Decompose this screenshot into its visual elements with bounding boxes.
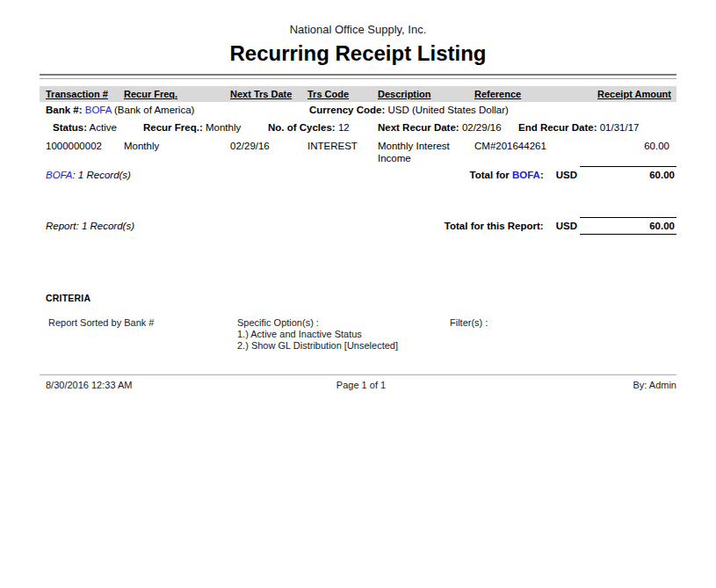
recur-freq-value: Monthly <box>206 122 241 133</box>
footer: 8/30/2016 12:33 AM Page 1 of 1 By: Admin <box>40 380 676 390</box>
criteria-options-label: Specific Option(s) : <box>237 317 398 329</box>
report-total-group: Total for this Report: USD 60.00 <box>445 217 676 235</box>
bank-total-amount: 60.00 <box>580 166 676 180</box>
status-field: Status: Active <box>53 122 117 133</box>
column-header-transaction: Transaction # <box>46 89 124 99</box>
end-recur-date-label: End Recur Date: <box>518 122 597 133</box>
report-total-currency: USD <box>556 221 577 231</box>
next-recur-date-field: Next Recur Date: 02/29/16 <box>378 122 502 133</box>
column-header-trs-code: Trs Code <box>307 89 378 99</box>
bank-label: Bank #: <box>46 105 83 115</box>
bank-code: BOFA <box>85 105 112 115</box>
cycles-field: No. of Cycles: 12 <box>268 122 350 133</box>
cell-recur-freq: Monthly <box>124 140 230 164</box>
bank-total-label-code: BOFA <box>512 170 540 180</box>
criteria-options: Specific Option(s) : 1.) Active and Inac… <box>237 317 398 352</box>
status-line: Status: Active Recur Freq.: Monthly No. … <box>40 122 676 134</box>
report-total-amount: 60.00 <box>580 217 676 235</box>
next-recur-date-label: Next Recur Date: <box>378 122 459 133</box>
report-total-row: Report: 1 Record(s) Total for this Repor… <box>40 217 676 235</box>
recur-freq-field: Recur Freq.: Monthly <box>143 122 241 133</box>
bank-record-text: : 1 Record(s) <box>72 170 130 180</box>
table-row: 1000000002 Monthly 02/29/16 INTEREST Mon… <box>40 140 676 164</box>
cycles-label: No. of Cycles: <box>268 122 336 133</box>
cell-amount: 60.00 <box>590 140 676 164</box>
criteria-filters-label: Filter(s) : <box>450 317 488 329</box>
bank-total-currency: USD <box>556 170 577 180</box>
cell-trs-code: INTEREST <box>307 140 378 164</box>
report-total-label: Total for this Report: <box>445 221 544 231</box>
currency-label: Currency Code: <box>309 105 385 115</box>
report-record-count: Report: 1 Record(s) <box>46 217 134 231</box>
bank-info-line: Bank #: BOFA (Bank of America) Currency … <box>40 105 676 117</box>
criteria-heading: CRITERIA <box>40 293 676 303</box>
next-recur-date-value: 02/29/16 <box>462 122 502 133</box>
column-header-description: Description <box>378 89 474 99</box>
column-header-reference: Reference <box>474 89 590 99</box>
footer-author: By: Admin <box>466 380 676 390</box>
criteria-section: Report Sorted by Bank # Specific Option(… <box>40 317 676 354</box>
report-body: Transaction # Recur Freq. Next Trs Date … <box>40 74 676 390</box>
bank-record-code: BOFA <box>46 170 72 180</box>
column-header-receipt-amount: Receipt Amount <box>590 89 674 99</box>
bank-name: (Bank of America) <box>114 105 194 115</box>
criteria-sorted-by: Report Sorted by Bank # <box>48 317 154 329</box>
criteria-option-2: 2.) Show GL Distribution [Unselected] <box>237 340 398 352</box>
cell-transaction: 1000000002 <box>46 140 124 164</box>
footer-datetime: 8/30/2016 12:33 AM <box>40 380 256 390</box>
status-value: Active <box>90 122 117 133</box>
bank-total-row: BOFA: 1 Record(s) Total for BOFA: USD 60… <box>40 166 676 180</box>
footer-rule <box>40 374 676 375</box>
company-name: National Office Supply, Inc. <box>0 0 716 36</box>
header-double-rule <box>40 74 676 79</box>
column-header-recur-freq: Recur Freq. <box>124 89 230 99</box>
recur-freq-label: Recur Freq.: <box>143 122 203 133</box>
footer-page-number: Page 1 of 1 <box>256 380 466 390</box>
bank-record-count: BOFA: 1 Record(s) <box>46 166 131 180</box>
bank-total-group: Total for BOFA: USD 60.00 <box>470 166 676 180</box>
currency-value: USD (United States Dollar) <box>387 105 508 115</box>
cell-next-trs-date: 02/29/16 <box>230 140 307 164</box>
bank-total-label-prefix: Total for <box>470 170 512 180</box>
cell-description: Monthly Interest Income <box>378 140 474 164</box>
status-label: Status: <box>53 122 87 133</box>
end-recur-date-field: End Recur Date: 01/31/17 <box>518 122 639 133</box>
column-header-next-trs-date: Next Trs Date <box>230 89 307 99</box>
currency-info: Currency Code: USD (United States Dollar… <box>309 105 509 115</box>
cycles-value: 12 <box>338 122 350 133</box>
report-title: Recurring Receipt Listing <box>0 41 716 66</box>
report-page: National Office Supply, Inc. Recurring R… <box>0 0 716 588</box>
bank-total-label-colon: : <box>540 170 544 180</box>
bank-total-label: Total for BOFA: <box>470 170 544 180</box>
end-recur-date-value: 01/31/17 <box>600 122 640 133</box>
criteria-option-1: 1.) Active and Inactive Status <box>237 329 398 340</box>
column-header-row: Transaction # Recur Freq. Next Trs Date … <box>40 86 676 102</box>
cell-reference: CM#201644261 <box>474 140 590 164</box>
